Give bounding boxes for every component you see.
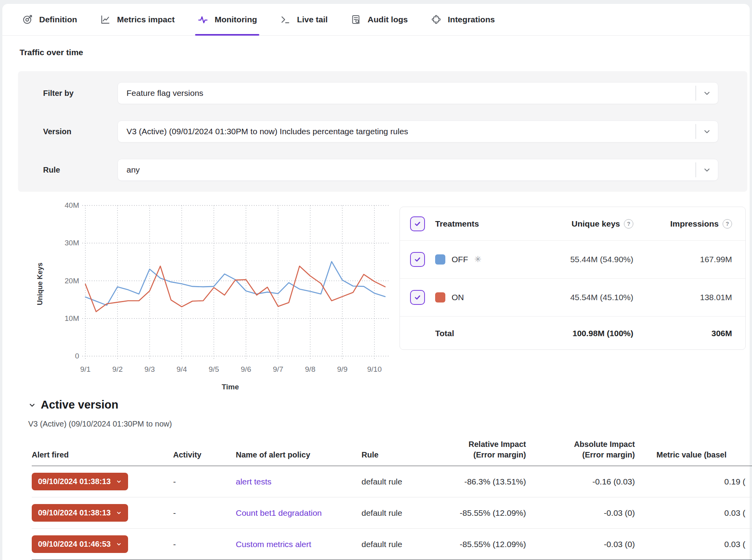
tab-label: Integrations (448, 15, 495, 24)
filter-row-rule: Rule any (43, 159, 718, 181)
version-value: V3 (Active) (09/01/2024 01:30PM to now) … (118, 127, 408, 136)
svg-text:10M: 10M (65, 314, 79, 322)
y-axis-title: Unique Keys (36, 245, 44, 323)
chevron-down-icon (116, 541, 122, 547)
rule-cell: default rule (345, 477, 409, 486)
treatments-column-header: Treatments (435, 219, 529, 229)
tab-label: Live tail (297, 15, 327, 24)
active-version-title: Active version (41, 398, 118, 411)
tab-metrics-impact[interactable]: Metrics impact (100, 4, 175, 35)
on-impressions: 138.01M (633, 293, 732, 302)
tab-live-tail[interactable]: Live tail (280, 4, 327, 35)
total-impressions: 306M (633, 329, 732, 338)
audit-log-icon (351, 14, 362, 25)
tab-monitoring[interactable]: Monitoring (197, 4, 257, 35)
svg-text:9/1: 9/1 (80, 365, 90, 373)
chevron-down-icon[interactable] (703, 127, 711, 136)
off-impressions: 167.99M (633, 255, 732, 264)
treatment-row-off: OFF ✳ 55.44M (54.90%) 167.99M (400, 241, 745, 279)
version-select[interactable]: V3 (Active) (09/01/2024 01:30PM to now) … (118, 121, 718, 142)
svg-text:9/8: 9/8 (305, 365, 315, 373)
col-rule: Rule (345, 450, 409, 460)
rule-label: Rule (43, 166, 118, 175)
svg-text:9/9: 9/9 (337, 365, 347, 373)
tab-audit-logs[interactable]: Audit logs (351, 4, 408, 35)
off-unique-keys: 55.44M (54.90%) (529, 255, 633, 264)
alert-fired-badge[interactable]: 09/10/2024 01:38:13 (32, 473, 128, 490)
traffic-chart-plot: 010M20M30M40M9/19/29/39/49/59/69/79/89/9… (25, 200, 397, 397)
terminal-icon (280, 14, 291, 25)
chevron-down-icon[interactable] (703, 166, 711, 174)
chevron-down-icon (116, 510, 122, 516)
alert-fired-badge[interactable]: 09/10/2024 01:38:13 (32, 504, 128, 522)
active-version-section-header[interactable]: Active version (28, 398, 118, 411)
rule-cell: default rule (345, 540, 409, 549)
unique-keys-column-header: Unique keys ? (529, 219, 633, 229)
svg-text:9/6: 9/6 (241, 365, 251, 373)
relative-impact-cell: -85.55% (12.09%) (409, 508, 526, 518)
chevron-down-icon (116, 479, 122, 484)
col-relative-impact: Relative Impact (Error margin) (409, 439, 526, 460)
select-divider (696, 162, 696, 177)
tab-label: Metrics impact (117, 15, 175, 24)
version-label: Version (43, 127, 118, 136)
traffic-chart: Unique Keys 010M20M30M40M9/19/29/39/49/5… (25, 200, 397, 397)
treatments-panel: Treatments Unique keys ? Impressions ? O… (400, 207, 746, 350)
filter-panel: Filter by Feature flag versions Version … (18, 71, 747, 192)
puzzle-icon (430, 14, 442, 25)
select-divider (696, 124, 696, 139)
alert-policy-link[interactable]: Count bet1 degradation (226, 508, 345, 518)
chevron-down-icon[interactable] (28, 401, 36, 409)
rule-cell: default rule (345, 508, 409, 518)
alert-policy-link[interactable]: Custom metrics alert (226, 540, 345, 549)
alert-row: 09/10/2024 01:38:13 - Count bet1 degrada… (32, 497, 752, 529)
definition-icon (22, 14, 34, 25)
svg-text:40M: 40M (65, 201, 79, 209)
activity-cell: - (167, 540, 226, 549)
alert-policy-link[interactable]: alert tests (226, 477, 345, 486)
metric-value-cell: 0.03 ( (635, 508, 752, 518)
alert-row: 09/10/2024 01:38:13 - alert tests defaul… (32, 466, 752, 497)
svg-text:9/2: 9/2 (112, 365, 123, 373)
treatment-row-on: ON 45.54M (45.10%) 138.01M (400, 279, 745, 317)
tab-label: Monitoring (215, 15, 257, 24)
main-panel: Definition Metrics impact Monitoring (2, 4, 750, 560)
metrics-impact-icon (100, 14, 112, 25)
col-absolute-impact: Absolute Impact (Error margin) (526, 439, 635, 460)
svg-text:20M: 20M (65, 277, 79, 285)
help-icon[interactable]: ? (624, 219, 633, 229)
svg-text:9/3: 9/3 (145, 365, 155, 373)
filter-row-version: Version V3 (Active) (09/01/2024 01:30PM … (43, 121, 718, 142)
col-policy: Name of alert policy (226, 450, 345, 460)
svg-text:9/4: 9/4 (177, 365, 187, 373)
tab-definition[interactable]: Definition (22, 4, 77, 35)
off-checkbox[interactable] (410, 252, 425, 267)
svg-text:9/7: 9/7 (273, 365, 283, 373)
tab-bar: Definition Metrics impact Monitoring (2, 4, 750, 36)
help-icon[interactable]: ? (723, 219, 732, 229)
default-treatment-icon: ✳ (474, 254, 481, 265)
off-series-swatch (435, 254, 445, 265)
rule-value: any (118, 165, 140, 175)
svg-text:9/10: 9/10 (367, 365, 382, 373)
alert-fired-badge[interactable]: 09/10/2024 01:46:53 (32, 535, 128, 553)
activity-cell: - (167, 477, 226, 486)
on-checkbox[interactable] (410, 290, 425, 305)
filter-by-label: Filter by (43, 89, 118, 98)
absolute-impact-cell: -0.03 (0) (526, 508, 635, 518)
filter-by-select[interactable]: Feature flag versions (118, 82, 718, 104)
svg-text:9/5: 9/5 (209, 365, 219, 373)
chevron-down-icon[interactable] (703, 89, 711, 97)
treatment-name: ON (452, 293, 464, 302)
absolute-impact-cell: -0.16 (0.03) (526, 477, 635, 486)
tab-integrations[interactable]: Integrations (430, 4, 495, 35)
col-activity: Activity (167, 450, 226, 460)
rule-select[interactable]: any (118, 159, 718, 181)
select-all-checkbox[interactable] (410, 216, 425, 231)
svg-text:0: 0 (75, 352, 79, 360)
filter-by-value: Feature flag versions (118, 88, 203, 98)
col-alert-fired: Alert fired (32, 450, 167, 460)
absolute-impact-cell: -0.03 (0) (526, 540, 635, 549)
total-label: Total (435, 329, 529, 338)
alert-row: 09/10/2024 01:46:53 - Custom metrics ale… (32, 529, 752, 560)
